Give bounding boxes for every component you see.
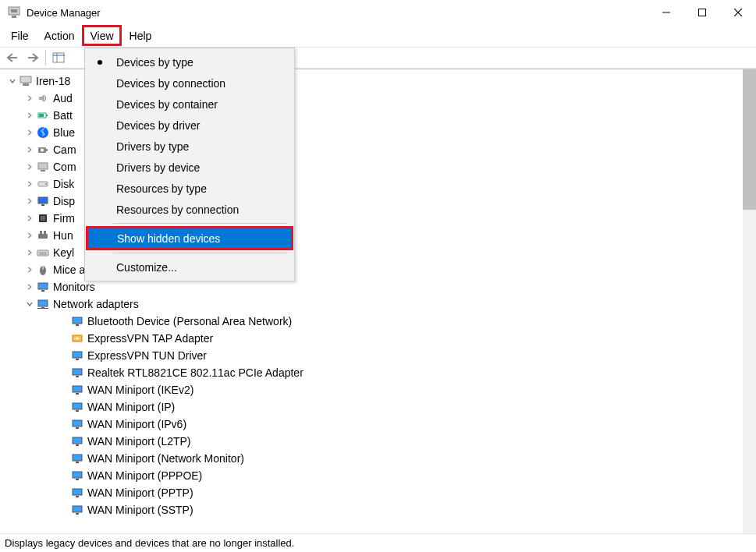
svg-rect-52: [76, 427, 79, 429]
tree-node-label: WAN Miniport (L2TP): [87, 433, 191, 450]
menu-separator: [113, 223, 288, 224]
network-adapter-icon: [70, 332, 84, 345]
tree-device-node[interactable]: WAN Miniport (Network Monitor): [51, 450, 743, 467]
tree-category-node[interactable]: Network adapters: [17, 295, 743, 313]
menu-view[interactable]: View: [82, 25, 121, 46]
tree-device-node[interactable]: WAN Miniport (SSTP): [51, 501, 743, 518]
tree-node-label: Disp: [53, 193, 75, 210]
svg-rect-23: [38, 197, 48, 203]
svg-point-22: [45, 183, 47, 185]
nav-back-button[interactable]: [3, 49, 22, 66]
nav-forward-button[interactable]: [23, 49, 42, 66]
svg-rect-44: [76, 359, 79, 360]
window-controls: [648, 0, 756, 25]
tree-node-label: WAN Miniport (PPTP): [87, 484, 193, 501]
show-hide-tree-button[interactable]: [49, 49, 68, 66]
svg-rect-37: [38, 300, 48, 306]
monitor-icon: [36, 281, 50, 293]
tree-node-label: Firm: [53, 210, 75, 227]
menu-file[interactable]: File: [3, 25, 37, 46]
tree-node-label: WAN Miniport (Network Monitor): [87, 450, 244, 467]
tree-node-label: WAN Miniport (IKEv2): [87, 381, 193, 398]
display-icon: [36, 195, 50, 207]
svg-rect-59: [73, 489, 82, 495]
tree-device-node[interactable]: ExpressVPN TUN Driver: [51, 347, 743, 364]
viewmenu-item-label: Drivers by type: [116, 140, 189, 153]
svg-rect-51: [73, 420, 82, 426]
twisty-icon[interactable]: [23, 195, 36, 207]
twisty-icon[interactable]: [23, 92, 36, 104]
svg-rect-56: [76, 462, 79, 463]
viewmenu-item-label: Devices by type: [116, 56, 193, 69]
tree-device-node[interactable]: WAN Miniport (PPTP): [51, 484, 743, 501]
disk-icon: [36, 178, 50, 190]
computer-icon: [36, 161, 50, 173]
minimize-button[interactable]: [648, 0, 684, 25]
viewmenu-item[interactable]: Resources by type: [85, 178, 294, 199]
svg-rect-46: [76, 376, 79, 377]
twisty-icon[interactable]: [23, 161, 36, 173]
tree-device-node[interactable]: WAN Miniport (PPPOE): [51, 467, 743, 484]
viewmenu-item[interactable]: Resources by connection: [85, 199, 294, 220]
menu-action[interactable]: Action: [37, 25, 83, 46]
menu-help[interactable]: Help: [122, 25, 160, 46]
twisty-spacer: [58, 349, 70, 362]
tree-node-label: WAN Miniport (IPv6): [87, 416, 186, 433]
viewmenu-item-label: Drivers by device: [116, 161, 200, 174]
twisty-icon[interactable]: [23, 178, 36, 190]
twisty-icon[interactable]: [23, 109, 36, 122]
tree-device-node[interactable]: WAN Miniport (L2TP): [51, 433, 743, 450]
vertical-scrollbar[interactable]: [743, 69, 756, 533]
twisty-icon[interactable]: [23, 229, 36, 242]
tree-device-node[interactable]: WAN Miniport (IP): [51, 398, 743, 416]
maximize-button[interactable]: [684, 0, 720, 25]
viewmenu-customize[interactable]: Customize...: [85, 257, 294, 278]
svg-rect-49: [73, 403, 82, 409]
twisty-spacer: [58, 366, 70, 379]
twisty-spacer: [58, 401, 70, 413]
svg-rect-27: [38, 234, 48, 239]
viewmenu-item[interactable]: Drivers by device: [85, 157, 294, 178]
twisty-spacer: [58, 384, 70, 396]
network-adapter-icon: [70, 315, 84, 327]
twisty-icon[interactable]: [23, 264, 36, 276]
tree-device-node[interactable]: WAN Miniport (IKEv2): [51, 381, 743, 398]
twisty-icon[interactable]: [23, 143, 36, 156]
twisty-spacer: [58, 435, 70, 448]
twisty-icon[interactable]: [23, 246, 36, 259]
network-adapter-icon: [70, 349, 84, 362]
tree-device-node[interactable]: WAN Miniport (IPv6): [51, 416, 743, 433]
viewmenu-item[interactable]: Devices by container: [85, 94, 294, 115]
tree-device-node[interactable]: Realtek RTL8821CE 802.11ac PCIe Adapter: [51, 364, 743, 381]
viewmenu-item[interactable]: Devices by driver: [85, 115, 294, 136]
tree-device-node[interactable]: Bluetooth Device (Personal Area Network): [51, 313, 743, 330]
svg-rect-50: [76, 410, 79, 412]
viewmenu-show-hidden[interactable]: Show hidden devices: [86, 226, 293, 250]
tree-node-label: Iren-18: [36, 73, 70, 90]
scroll-thumb[interactable]: [743, 69, 756, 210]
tree-device-node[interactable]: ExpressVPN TAP Adapter: [51, 330, 743, 347]
bluetooth-icon: [36, 126, 50, 139]
svg-rect-26: [41, 216, 45, 221]
svg-rect-2: [12, 16, 16, 18]
twisty-icon[interactable]: [23, 212, 36, 225]
twisty-spacer: [58, 504, 70, 516]
twisty-icon[interactable]: [23, 298, 36, 310]
tree-node-label: Disk: [53, 175, 74, 193]
viewmenu-item[interactable]: Devices by connection: [85, 73, 294, 94]
svg-rect-11: [23, 83, 29, 86]
twisty-icon[interactable]: [23, 281, 36, 293]
camera-icon: [36, 143, 50, 156]
network-adapter-icon: [70, 469, 84, 482]
svg-rect-57: [73, 472, 82, 478]
close-button[interactable]: [720, 0, 756, 25]
viewmenu-item[interactable]: Drivers by type: [85, 136, 294, 157]
svg-rect-19: [38, 163, 48, 169]
svg-rect-29: [44, 231, 46, 234]
twisty-icon[interactable]: [23, 126, 36, 139]
network-adapter-icon: [70, 504, 84, 516]
statusbar: Displays legacy devices and devices that…: [0, 533, 756, 552]
viewmenu-item-label: Devices by connection: [116, 77, 225, 90]
twisty-icon[interactable]: [6, 75, 19, 87]
viewmenu-item[interactable]: Devices by type: [85, 51, 294, 73]
